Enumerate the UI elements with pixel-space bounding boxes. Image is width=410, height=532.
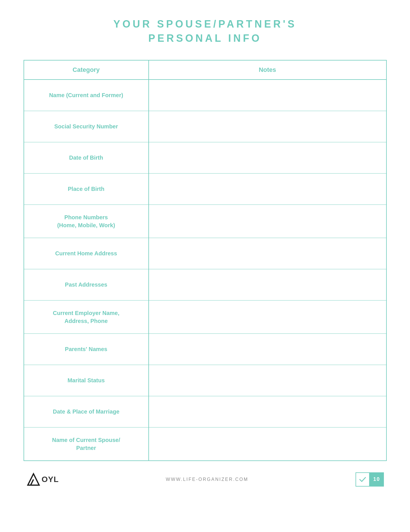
- table-row: Social Security Number: [24, 111, 386, 142]
- table-row: Parents' Names: [24, 334, 386, 365]
- category-marital-status: Marital Status: [24, 365, 149, 396]
- category-dob: Date of Birth: [24, 142, 149, 173]
- category-marriage-date: Date & Place of Marriage: [24, 396, 149, 427]
- table-row: Phone Numbers(Home, Mobile, Work): [24, 205, 386, 238]
- table-row: Date of Birth: [24, 142, 386, 174]
- notes-name: [149, 80, 386, 111]
- category-header: Category: [24, 60, 149, 79]
- checkmark-icon: [359, 475, 367, 483]
- notes-ssn: [149, 111, 386, 142]
- category-spouse-name: Name of Current Spouse/Partner: [24, 427, 149, 460]
- notes-employer: [149, 301, 386, 333]
- logo-text: OYL: [42, 475, 59, 484]
- footer: OYL WWW.LIFE-ORGANIZER.COM 10: [24, 472, 387, 487]
- notes-home-address: [149, 238, 386, 269]
- category-name: Name (Current and Former): [24, 80, 149, 111]
- category-employer: Current Employer Name,Address, Phone: [24, 301, 149, 333]
- logo: OYL: [26, 472, 59, 487]
- table-row: Name (Current and Former): [24, 80, 386, 111]
- page-title: YOUR SPOUSE/PARTNER'S PERSONAL INFO: [113, 17, 297, 46]
- checkmark-box: [356, 472, 370, 487]
- logo-icon: [26, 472, 41, 487]
- category-parents: Parents' Names: [24, 334, 149, 365]
- svg-line-1: [31, 479, 33, 485]
- table-row: Date & Place of Marriage: [24, 396, 386, 427]
- notes-dob: [149, 142, 386, 173]
- category-ssn: Social Security Number: [24, 111, 149, 142]
- table-row: Past Addresses: [24, 269, 386, 301]
- notes-parents: [149, 334, 386, 365]
- footer-url: WWW.LIFE-ORGANIZER.COM: [166, 477, 248, 482]
- table-row: Name of Current Spouse/Partner: [24, 427, 386, 460]
- table-row: Place of Birth: [24, 174, 386, 205]
- title-line1: YOUR SPOUSE/PARTNER'S: [113, 18, 297, 30]
- category-past-addresses: Past Addresses: [24, 269, 149, 300]
- notes-past-addresses: [149, 269, 386, 300]
- table-row: Current Home Address: [24, 238, 386, 269]
- page-number-box: 10: [356, 472, 384, 487]
- category-phone: Phone Numbers(Home, Mobile, Work): [24, 205, 149, 238]
- notes-marriage-date: [149, 396, 386, 427]
- notes-marital-status: [149, 365, 386, 396]
- notes-spouse-name: [149, 427, 386, 460]
- table-row: Marital Status: [24, 365, 386, 396]
- category-pob: Place of Birth: [24, 174, 149, 205]
- table-row: Current Employer Name,Address, Phone: [24, 301, 386, 334]
- notes-header: Notes: [149, 60, 386, 79]
- category-home-address: Current Home Address: [24, 238, 149, 269]
- info-table: Category Notes Name (Current and Former)…: [24, 60, 387, 461]
- title-line2: PERSONAL INFO: [148, 32, 262, 44]
- notes-pob: [149, 174, 386, 205]
- table-header: Category Notes: [24, 60, 386, 80]
- notes-phone: [149, 205, 386, 238]
- page-number: 10: [370, 472, 384, 487]
